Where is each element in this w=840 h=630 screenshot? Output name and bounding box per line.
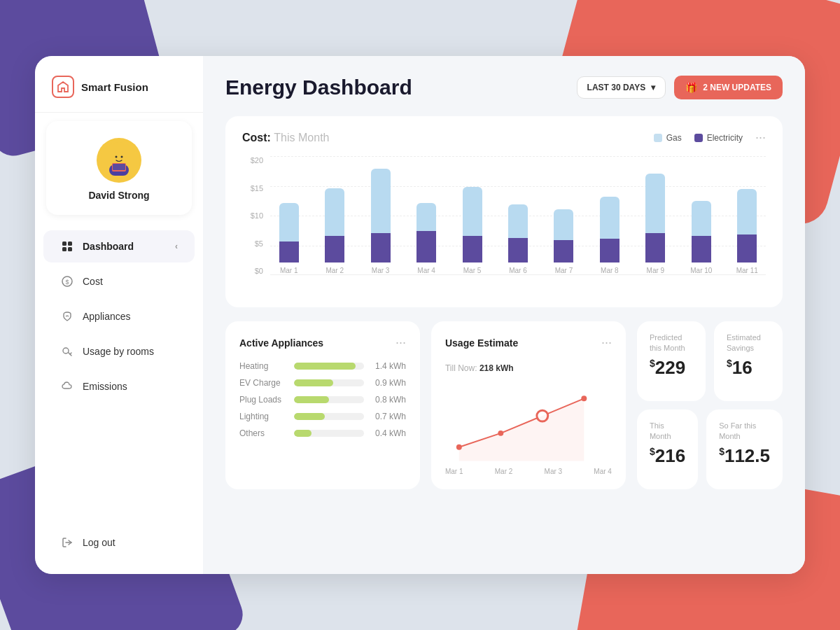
appliance-icon [60,309,74,323]
bar-group: Mar 2 [316,156,353,274]
appliance-name: Heating [239,361,287,371]
appliance-row: Others0.4 kWh [239,428,406,438]
legend-gas: Gas [654,133,682,143]
stats-row-2: ThisMonth$216So Far thisMonth$112.5 [637,410,783,489]
appliance-bar-fill [294,396,329,403]
sidebar: Smart Fusion David [35,56,203,574]
sidebar-item-appliances[interactable]: Appliances [43,300,195,332]
electricity-label: Electricity [707,133,743,143]
header-row: Energy Dashboard LAST 30 DAYS ▾ 🎁 2 NEW … [225,76,783,99]
chart-header: Cost: This Month Gas Electricity ··· [242,130,766,145]
header-actions: LAST 30 DAYS ▾ 🎁 2 NEW UPDATES [577,76,783,99]
bar-group: Mar 1 [270,156,307,274]
bar-electricity [737,234,757,262]
updates-label: 2 NEW UPDATES [703,83,771,92]
line-label-2: Mar 2 [495,468,513,475]
bar-x-label: Mar 5 [463,267,482,274]
usage-title: Usage Estimate [445,337,518,349]
sidebar-item-cost[interactable]: $ Cost [43,265,195,298]
usage-more-icon[interactable]: ··· [601,335,612,350]
bar-gas [279,203,299,241]
bar-electricity [325,236,344,262]
bar-x-label: Mar 2 [326,267,344,274]
usage-subtitle-row: Till Now: 218 kWh [445,361,612,374]
bar-electricity [554,240,573,262]
bar-gas [371,169,391,233]
y-axis: $20 $15 $10 $5 $0 [242,156,267,275]
svg-rect-7 [62,241,66,246]
grid-icon [60,239,74,253]
bar-electricity [371,233,391,262]
svg-text:$: $ [65,279,69,286]
sidebar-item-usage[interactable]: Usage by rooms [43,335,195,368]
y-label-5: $5 [255,239,263,248]
dropdown-arrow-icon: ▾ [651,83,655,92]
appliance-bar-bg [294,413,364,420]
bar-group: Mar 5 [454,156,491,274]
page-title: Energy Dashboard [225,76,412,99]
appliances-title: Active Appliances [239,337,323,349]
appliance-row: Heating1.4 kWh [239,361,406,371]
main-content: Energy Dashboard LAST 30 DAYS ▾ 🎁 2 NEW … [203,56,805,574]
bar-gas [463,187,482,236]
sidebar-item-emissions[interactable]: Emissions [43,370,195,402]
bar-gas [325,188,344,236]
updates-button[interactable]: 🎁 2 NEW UPDATES [674,76,783,99]
y-label-20: $20 [251,156,263,164]
stat-value: $229 [650,357,693,379]
key-icon [60,344,74,358]
bar-x-label: Mar 10 [690,267,712,274]
bar-gas [600,197,620,239]
appliances-label: Appliances [83,311,131,322]
appliance-bar-bg [294,396,364,403]
stat-label: ThisMonth [650,421,685,442]
bar-group: Mar 7 [545,156,582,274]
bar-x-label: Mar 4 [417,267,435,274]
appliances-list: Heating1.4 kWhEV Charge0.9 kWhPlug Loads… [239,361,406,438]
bar-electricity [416,231,436,262]
gas-label: Gas [666,133,682,143]
gift-icon: 🎁 [685,82,697,93]
bar-x-label: Mar 3 [372,267,390,274]
appliance-row: Lighting0.7 kWh [239,412,406,421]
app-name: Smart Fusion [81,81,148,93]
svg-point-2 [112,150,126,164]
appliance-name: Others [239,428,287,438]
sidebar-item-dashboard[interactable]: Dashboard ‹ [43,230,195,262]
avatar [97,138,141,183]
bar-x-label: Mar 9 [647,267,665,274]
user-card: David Strong [46,121,192,215]
svg-line-15 [70,353,71,354]
date-filter-label: LAST 30 DAYS [587,83,646,92]
line-label-4: Mar 4 [594,468,612,475]
logout-icon [60,536,74,550]
emissions-label: Emissions [83,381,127,392]
appliances-more-icon[interactable]: ··· [396,335,406,350]
stat-label: So Far thisMonth [719,421,770,442]
bar-group: Mar 11 [729,156,766,274]
appliance-value: 1.4 kWh [371,361,406,371]
date-filter-button[interactable]: LAST 30 DAYS ▾ [577,76,666,99]
logout-button[interactable]: Log out [43,526,195,559]
bar-electricity [463,236,482,262]
stat-label: Predictedthis Month [650,332,693,354]
appliance-value: 0.9 kWh [371,378,406,388]
cost-chart-section: Cost: This Month Gas Electricity ··· [225,116,783,307]
usage-header: Usage Estimate ··· [445,335,612,350]
bottom-row: Active Appliances ··· Heating1.4 kWhEV C… [225,321,783,489]
appliance-name: EV Charge [239,378,287,388]
bar-gas [737,189,757,234]
cloud-icon [60,379,74,393]
chart-legend: Gas Electricity ··· [654,130,766,145]
y-label-15: $15 [251,184,263,192]
appliance-row: Plug Loads0.8 kWh [239,395,406,405]
bar-x-label: Mar 11 [736,267,758,274]
stat-value: $216 [650,445,685,467]
logout-label: Log out [83,537,115,548]
bar-electricity [600,239,620,262]
bar-electricity [508,238,528,262]
chart-title-main: Cost: [242,132,271,144]
usage-till-now: Till Now: 218 kWh [445,363,514,373]
more-options-icon[interactable]: ··· [755,130,766,145]
bar-electricity [645,233,665,262]
